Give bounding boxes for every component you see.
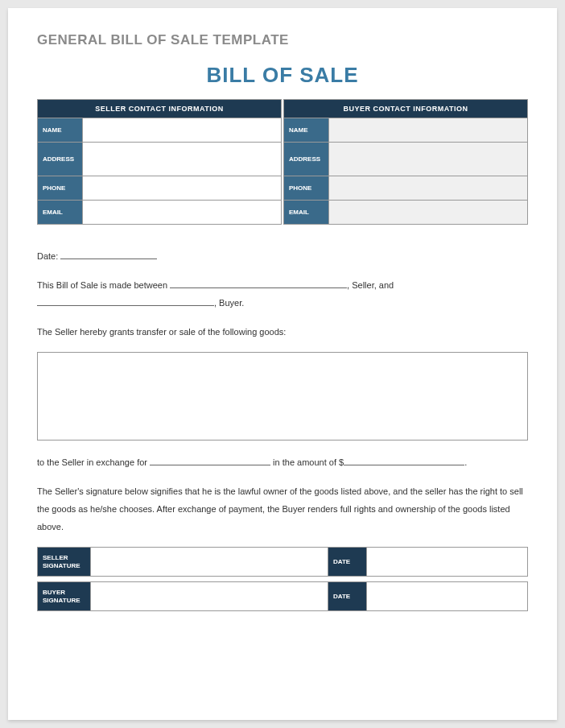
seller-name-field[interactable] [83, 118, 282, 143]
exchange-line: to the Seller in exchange for in the amo… [37, 453, 528, 471]
seller-date-label: DATE [328, 548, 367, 577]
exchange-text-c: . [464, 457, 467, 467]
buyer-date-label: DATE [328, 582, 367, 611]
buyer-phone-field[interactable] [329, 176, 528, 201]
buyer-name-field[interactable] [329, 118, 528, 143]
parties-line: This Bill of Sale is made between , Sell… [37, 276, 528, 312]
buyer-email-field[interactable] [329, 201, 528, 225]
seller-email-field[interactable] [83, 201, 282, 225]
date-line: Date: [37, 247, 528, 265]
seller-signature-field[interactable] [91, 548, 328, 577]
document-page: GENERAL BILL OF SALE TEMPLATE BILL OF SA… [8, 8, 557, 720]
template-title: GENERAL BILL OF SALE TEMPLATE [37, 32, 528, 48]
seller-name-label: NAME [38, 118, 83, 143]
main-title: BILL OF SALE [37, 63, 528, 88]
buyer-signature-label: BUYER SIGNATURE [38, 582, 91, 611]
contact-tables-container: SELLER CONTACT INFORMATION NAME ADDRESS … [37, 99, 528, 225]
seller-address-field[interactable] [83, 143, 282, 176]
date-label: Date: [37, 251, 58, 261]
buyer-email-label: EMAIL [284, 201, 329, 225]
buyer-address-label: ADDRESS [284, 143, 329, 176]
buyer-signature-table: BUYER SIGNATURE DATE [37, 581, 528, 611]
exchange-for-blank[interactable] [150, 456, 270, 465]
goods-description-box[interactable] [37, 352, 528, 441]
exchange-text-b: in the amount of $ [273, 457, 344, 467]
seller-phone-field[interactable] [83, 176, 282, 201]
signature-disclaimer: The Seller's signature below signifies t… [37, 482, 528, 536]
seller-contact-table: SELLER CONTACT INFORMATION NAME ADDRESS … [37, 99, 282, 225]
buyer-contact-table: BUYER CONTACT INFORMATION NAME ADDRESS P… [283, 99, 528, 225]
buyer-name-label: NAME [284, 118, 329, 143]
date-field[interactable] [60, 250, 157, 259]
parties-text-1a: This Bill of Sale is made between [37, 280, 167, 290]
goods-intro: The Seller hereby grants transfer or sal… [37, 323, 528, 341]
buyer-header: BUYER CONTACT INFORMATION [284, 100, 528, 118]
seller-email-label: EMAIL [38, 201, 83, 225]
parties-text-2b: , Buyer. [214, 298, 244, 308]
seller-signature-table: SELLER SIGNATURE DATE [37, 547, 528, 577]
buyer-date-field[interactable] [367, 582, 528, 611]
buyer-phone-label: PHONE [284, 176, 329, 201]
parties-text-1b: , Seller, and [347, 280, 394, 290]
seller-date-field[interactable] [367, 548, 528, 577]
seller-phone-label: PHONE [38, 176, 83, 201]
seller-name-blank[interactable] [170, 279, 347, 288]
seller-header: SELLER CONTACT INFORMATION [38, 100, 282, 118]
exchange-text-a: to the Seller in exchange for [37, 457, 147, 467]
buyer-signature-field[interactable] [91, 582, 328, 611]
amount-blank[interactable] [344, 456, 464, 465]
buyer-name-blank[interactable] [37, 296, 214, 306]
seller-address-label: ADDRESS [38, 143, 83, 176]
seller-signature-label: SELLER SIGNATURE [38, 548, 91, 577]
buyer-address-field[interactable] [329, 143, 528, 176]
